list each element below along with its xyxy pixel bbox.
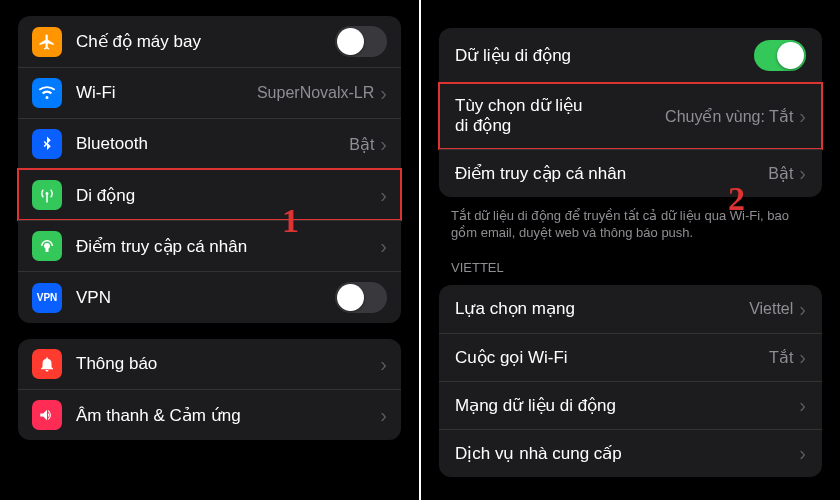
row-label: Lựa chọn mạng [455, 298, 749, 319]
row-value: Tắt [769, 348, 793, 367]
row-value: Bật [768, 164, 793, 183]
hotspot-icon [32, 231, 62, 261]
row-vpn[interactable]: VPN VPN [18, 271, 401, 323]
chevron-icon: › [799, 395, 806, 415]
bluetooth-icon [32, 129, 62, 159]
row-personal-hotspot[interactable]: Điểm truy cập cá nhân Bật › [439, 149, 822, 197]
row-network-selection[interactable]: Lựa chọn mạng Viettel › [439, 285, 822, 333]
row-wifi[interactable]: Wi-Fi SuperNovalx-LR › [18, 67, 401, 118]
chevron-icon: › [380, 185, 387, 205]
marker-1: 1 [282, 202, 299, 240]
chevron-icon: › [380, 83, 387, 103]
row-label: Điểm truy cập cá nhân [76, 236, 380, 257]
row-label: Chế độ máy bay [76, 31, 335, 52]
helper-text: Tắt dữ liệu di động để truyền tất cả dữ … [421, 207, 840, 242]
row-label: Cuộc gọi Wi-Fi [455, 347, 769, 368]
row-mobile-data-options[interactable]: Tùy chọn dữ liệu di động Chuyển vùng: Tắ… [439, 83, 822, 149]
row-label: Di động [76, 185, 380, 206]
row-label: Dịch vụ nhà cung cấp [455, 443, 799, 464]
chevron-icon: › [380, 134, 387, 154]
airplane-toggle[interactable] [335, 26, 387, 57]
row-cellular[interactable]: Di động › [18, 169, 401, 220]
row-airplane-mode[interactable]: Chế độ máy bay [18, 16, 401, 67]
chevron-icon: › [799, 299, 806, 319]
chevron-icon: › [799, 106, 806, 126]
row-label: Âm thanh & Cảm ứng [76, 405, 380, 426]
chevron-icon: › [799, 163, 806, 183]
row-label: VPN [76, 288, 335, 308]
mobile-data-toggle[interactable] [754, 40, 806, 71]
chevron-icon: › [380, 354, 387, 374]
sounds-icon [32, 400, 62, 430]
row-hotspot[interactable]: Điểm truy cập cá nhân › [18, 220, 401, 271]
row-label: Tùy chọn dữ liệu di động [455, 96, 665, 137]
airplane-icon [32, 27, 62, 57]
wifi-icon [32, 78, 62, 108]
chevron-icon: › [799, 347, 806, 367]
chevron-icon: › [380, 405, 387, 425]
section-header-carrier: VIETTEL [421, 242, 840, 281]
row-label: Dữ liệu di động [455, 45, 754, 66]
row-label: Thông báo [76, 354, 380, 374]
row-mobile-data-network[interactable]: Mạng dữ liệu di động › [439, 381, 822, 429]
notifications-icon [32, 349, 62, 379]
row-wifi-calling[interactable]: Cuộc gọi Wi-Fi Tắt › [439, 333, 822, 381]
row-label: Bluetooth [76, 134, 349, 154]
row-value: Viettel [749, 300, 793, 318]
row-bluetooth[interactable]: Bluetooth Bật › [18, 118, 401, 169]
vpn-icon: VPN [32, 283, 62, 313]
row-value: SuperNovalx-LR [257, 84, 374, 102]
chevron-icon: › [380, 236, 387, 256]
row-value: Chuyển vùng: Tắt [665, 107, 793, 126]
row-mobile-data[interactable]: Dữ liệu di động [439, 28, 822, 83]
row-sounds[interactable]: Âm thanh & Cảm ứng › [18, 389, 401, 440]
chevron-icon: › [799, 443, 806, 463]
vpn-toggle[interactable] [335, 282, 387, 313]
marker-2: 2 [728, 180, 745, 218]
row-label: Mạng dữ liệu di động [455, 395, 799, 416]
row-label: Wi-Fi [76, 83, 257, 103]
row-label: Điểm truy cập cá nhân [455, 163, 768, 184]
row-value: Bật [349, 135, 374, 154]
cellular-icon [32, 180, 62, 210]
row-carrier-services[interactable]: Dịch vụ nhà cung cấp › [439, 429, 822, 477]
row-notifications[interactable]: Thông báo › [18, 339, 401, 389]
